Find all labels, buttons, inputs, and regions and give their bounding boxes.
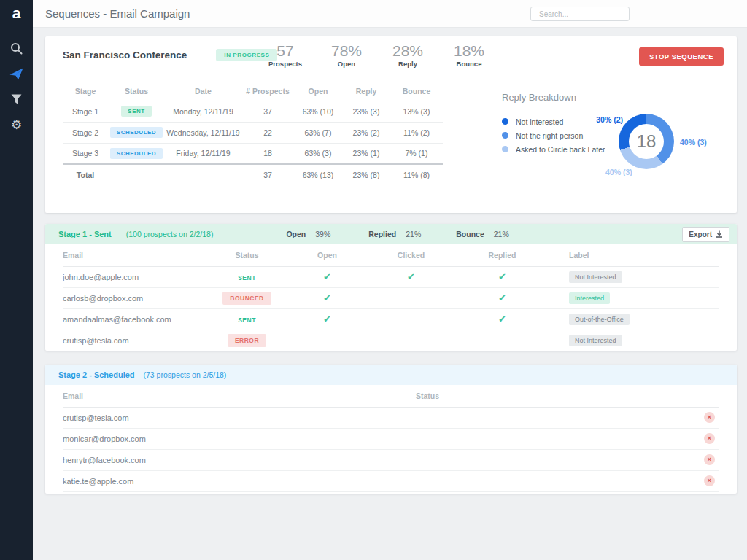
stat-bounce: 18% Bounce [438, 43, 500, 68]
sequences-send-icon[interactable] [9, 66, 24, 81]
app-logo[interactable]: a [12, 4, 21, 22]
prospect-email: crutisp@tesla.com [63, 407, 209, 428]
reply-donut: 18 [619, 114, 674, 169]
stage-status-badge: SCHEDULED [110, 148, 163, 159]
prospect-row: carlosb@dropbox.com BOUNCED ✔ ✔ ✔ Intere… [63, 287, 719, 308]
search-nav-icon[interactable] [9, 41, 24, 55]
check-icon: ✔ [323, 271, 331, 282]
prospect-row: amandaalmas@facebook.com SENT ✔ ✔ ✔ Out-… [63, 308, 719, 330]
scheduled-row: monicar@dropbox.com × [63, 428, 719, 449]
prospect-row: john.doe@apple.com SENT ✔ ✔ ✔ Not Intere… [63, 266, 719, 287]
export-button[interactable]: Export [682, 227, 729, 242]
check-icon: ✔ [498, 314, 506, 324]
remove-prospect-button[interactable]: × [704, 454, 715, 465]
download-icon [716, 230, 723, 238]
stage-table-header-row: Stage Status Date # Prospects Open Reply… [63, 82, 443, 101]
campaign-overview-card: San Francisco Conference IN PROGRESS 57 … [45, 36, 737, 213]
donut-callout: 40% (3) [680, 138, 707, 147]
check-icon: ✔ [498, 292, 506, 303]
search-input[interactable] [539, 10, 635, 18]
main-content: San Francisco Conference IN PROGRESS 57 … [33, 28, 747, 494]
prospect-label-badge: Not Interested [569, 335, 622, 346]
topbar: Sequences - Email Campaign [33, 0, 747, 28]
prospect-email: john.doe@apple.com [63, 266, 209, 287]
legend-dot [502, 132, 508, 139]
stage1-table-header-row: Email Status Open Clicked Replied Label [63, 244, 719, 266]
check-icon: ✔ [323, 314, 331, 324]
donut-callout: 30% (2) [575, 115, 623, 124]
legend-dot [502, 118, 508, 125]
prospect-label-badge: Not Interested [569, 271, 622, 283]
check-icon: ✔ [498, 271, 506, 282]
prospect-email: henrytr@facebook.com [63, 449, 209, 470]
stage1-card: Stage 1 - Sent (100 prospects on 2/2/18)… [45, 224, 737, 351]
remove-prospect-button[interactable]: × [704, 475, 715, 486]
prospect-label-badge: Interested [569, 292, 610, 304]
stage-status-badge: SCHEDULED [110, 127, 163, 138]
stage2-subtitle: (73 prospects on 2/5/18) [144, 370, 227, 379]
stage-total-row: Total 37 63% (13) 23% (8) 11% (8) [63, 164, 443, 185]
stage-status-badge: SENT [121, 106, 151, 117]
stage1-subtitle: (100 prospects on 2/2/18) [126, 230, 214, 238]
scheduled-row: crutisp@tesla.com × [63, 407, 719, 428]
stage2-card: Stage 2 - Scheduled (73 prospects on 2/5… [45, 365, 737, 494]
page-title: Sequences - Email Campaign [45, 7, 190, 20]
donut-hole: 18 [629, 124, 664, 159]
stage1-header-bar: Stage 1 - Sent (100 prospects on 2/2/18)… [45, 224, 737, 244]
prospect-status: ERROR [228, 334, 266, 347]
stage2-email-table: Email Status crutisp@tesla.com × monicar… [63, 385, 719, 492]
stage-row: Stage 2 SCHEDULED Wednesday, 12/11/19 22… [63, 122, 443, 143]
sidebar: a ⚙ [0, 0, 33, 560]
legend-dot [502, 146, 508, 152]
donut-callout: 40% (3) [605, 168, 632, 176]
filter-funnel-icon[interactable] [9, 92, 24, 106]
check-icon: ✔ [407, 271, 415, 282]
stop-sequence-button[interactable]: STOP SEQUENCE [639, 47, 724, 66]
stat-reply: 28% Reply [377, 43, 438, 68]
prospect-status: SENT [238, 274, 256, 281]
stat-prospects: 57 Prospects [255, 43, 316, 68]
campaign-title: San Francisco Conference [63, 50, 187, 61]
prospect-status: SENT [238, 316, 256, 324]
prospect-email: carlosb@dropbox.com [63, 287, 209, 308]
stage1-title: Stage 1 - Sent [58, 230, 112, 238]
check-icon: ✔ [323, 292, 331, 303]
scheduled-row: katie.te@apple.com × [63, 470, 719, 491]
stage-overview-table: Stage Status Date # Prospects Open Reply… [63, 82, 443, 185]
remove-prospect-button[interactable]: × [704, 433, 715, 444]
remove-prospect-button[interactable]: × [704, 412, 715, 423]
stage2-header-bar: Stage 2 - Scheduled (73 prospects on 2/5… [45, 365, 737, 385]
settings-gear-icon[interactable]: ⚙ [9, 117, 24, 132]
search-box[interactable] [530, 7, 630, 21]
stage1-email-table: Email Status Open Clicked Replied Label … [63, 244, 719, 351]
campaign-stats: 57 Prospects 78% Open 28% Reply 18% Boun… [255, 43, 500, 68]
prospect-row: crutisp@tesla.com ERROR ✔ ✔ ✔ Not Intere… [63, 330, 719, 351]
scheduled-row: henrytr@facebook.com × [63, 449, 719, 470]
prospect-status: BOUNCED [222, 292, 271, 305]
prospect-email: amandaalmas@facebook.com [63, 308, 209, 330]
stage-row: Stage 1 SENT Monday, 12/11/19 37 63% (10… [63, 101, 443, 122]
prospect-email: monicar@dropbox.com [63, 428, 209, 449]
prospect-email: katie.te@apple.com [63, 470, 209, 491]
prospect-email: crutisp@tesla.com [63, 330, 209, 351]
stat-open: 78% Open [316, 43, 377, 68]
campaign-header: San Francisco Conference IN PROGRESS 57 … [45, 36, 737, 74]
donut-center-value: 18 [637, 131, 657, 152]
stage2-table-header-row: Email Status [63, 385, 719, 407]
reply-breakdown-title: Reply Breakdown [502, 92, 728, 103]
stage-row: Stage 3 SCHEDULED Friday, 12/11/19 18 63… [63, 143, 443, 164]
prospect-label-badge: Out-of-the-Office [569, 314, 630, 325]
stage2-title: Stage 2 - Scheduled [58, 370, 135, 379]
